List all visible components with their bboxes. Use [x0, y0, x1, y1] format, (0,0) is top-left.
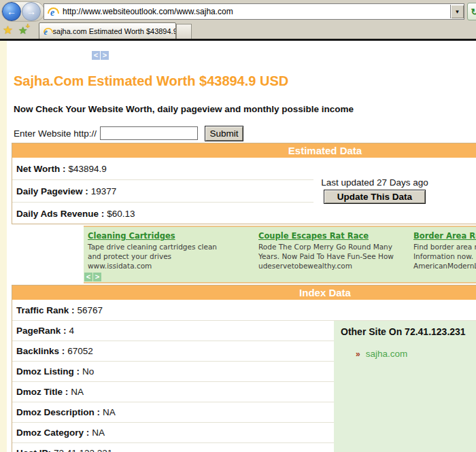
other-site-link[interactable]: sajha.com	[366, 349, 408, 359]
bullet-icon: »	[356, 350, 360, 358]
ad-item: Couple Escapes Rat Race Rode The Corp Me…	[254, 227, 409, 282]
table-row: Dmoz Category : NA	[12, 423, 334, 443]
plus-icon: +	[26, 22, 30, 30]
ie-page-icon: e	[47, 6, 58, 17]
row-label: Dmoz Listing :	[16, 366, 80, 377]
table-row: Net Worth : $43894.9	[12, 158, 313, 180]
row-label: Dmoz Title :	[16, 387, 68, 397]
row-label: Daily Pageview :	[16, 186, 88, 196]
row-value: 19377	[91, 186, 117, 196]
page-subtitle: Now Check Your Website Worth, daily page…	[14, 104, 354, 114]
ad-description: and protect your drives	[88, 251, 254, 261]
row-label: Host IP:	[16, 448, 51, 452]
page-title: Sajha.Com Estimated Worth $43894.9 USD	[14, 73, 288, 89]
row-label: Traffic Rank :	[16, 305, 75, 315]
ad-description: Information now.	[413, 251, 476, 261]
ad-description: Find border area ru	[413, 242, 476, 251]
website-input[interactable]	[100, 126, 198, 140]
ad-display-url: udeservetobewealthy.com	[258, 261, 409, 271]
ad-item: Cleaning Cartridges Tape drive cleaning …	[84, 227, 254, 282]
back-button[interactable]: ←	[2, 2, 21, 21]
table-row: Dmoz Description : NA	[12, 402, 334, 423]
row-value: 56767	[78, 305, 103, 315]
back-icon: ←	[7, 7, 16, 16]
table-row: Backlinks : 67052	[12, 341, 334, 362]
row-value: $60.13	[107, 209, 135, 219]
next-arrow-button[interactable]: >	[93, 273, 101, 281]
page-content: < > Sajha.Com Estimated Worth $43894.9 U…	[0, 41, 476, 452]
url-dropdown-button[interactable]: ▼	[450, 5, 464, 18]
row-label: Dmoz Category :	[16, 428, 89, 438]
table-row: Daily Pageview : 19377	[12, 180, 313, 203]
favorites-button[interactable]: ★	[3, 23, 13, 37]
ad-pager-bottom: < >	[84, 273, 102, 281]
table-row: PageRank : 4	[12, 321, 334, 341]
row-value: 72.41.123.231	[54, 448, 112, 452]
submit-button[interactable]: Submit	[205, 126, 243, 141]
ads-strip: Cleaning Cartridges Tape drive cleaning …	[84, 226, 476, 283]
update-data-button[interactable]: Update This Data	[324, 190, 426, 204]
row-value: NA	[92, 428, 105, 438]
list-item: » sajha.com	[341, 349, 476, 359]
row-label: Backlinks :	[16, 346, 65, 356]
row-value: $43894.9	[69, 164, 107, 174]
ad-description: Rode The Corp Merry Go Round Many	[258, 242, 409, 251]
tab-title: sajha.com Estimated Worth $43894.9 USD b…	[53, 27, 175, 35]
row-value: NA	[71, 387, 84, 397]
website-lookup-form: Enter Website http:// Submit	[14, 124, 243, 142]
table-row: Daily Ads Revenue : $60.13	[12, 203, 313, 224]
ad-item: Border Area Rug Find border area ru Info…	[409, 227, 476, 282]
ad-display-url: AmericanModernLiv	[413, 261, 476, 271]
estimated-data-table: Estimated Data Net Worth : $43894.9 Dail…	[12, 143, 476, 224]
ad-link[interactable]: Couple Escapes Rat Race	[258, 231, 409, 241]
website-input-label: Enter Website http://	[14, 128, 97, 139]
table-row: Dmoz Listing : No	[12, 362, 334, 382]
browser-chrome: ← → ▼ e http://www.websiteoutlook.com/ww…	[0, 0, 476, 39]
table-row: Traffic Rank : 56767	[12, 300, 476, 321]
forward-button[interactable]: →	[22, 2, 41, 21]
row-label: PageRank :	[16, 326, 67, 336]
last-updated-text: Last updated 27 Days ago	[321, 177, 428, 188]
table-row: Host IP: 72.41.123.231	[12, 443, 334, 452]
left-margin-strip	[0, 41, 7, 452]
refresh-button[interactable]: ↻	[467, 3, 476, 20]
ie-tab-icon: e	[43, 27, 49, 36]
ad-description: Years. Now Paid To Have Fun-See How	[258, 251, 409, 261]
url-text[interactable]: http://www.websiteoutlook.com/www.sajha.…	[63, 7, 450, 16]
ad-link[interactable]: Cleaning Cartridges	[88, 231, 254, 241]
row-value: No	[82, 366, 94, 377]
row-label: Net Worth :	[16, 164, 66, 174]
chevron-down-icon: ▼	[455, 9, 460, 15]
row-value: NA	[103, 407, 116, 417]
ad-description: Tape drive cleaning cartridges clean	[88, 242, 254, 251]
other-sites-title: Other Site On 72.41.123.231	[341, 326, 476, 337]
index-data-table: Index Data Traffic Rank : 56767 PageRank…	[12, 285, 476, 452]
table-row: Dmoz Title : NA	[12, 382, 334, 402]
star-icon: ★	[3, 24, 13, 37]
forward-icon: →	[27, 7, 36, 16]
estimated-data-header: Estimated Data	[12, 143, 476, 158]
browser-tab[interactable]: e sajha.com Estimated Worth $43894.9 USD…	[39, 22, 176, 40]
row-value: 67052	[67, 346, 93, 356]
ad-display-url: www.issidata.com	[88, 261, 254, 271]
row-label: Dmoz Description :	[16, 407, 100, 417]
other-sites-panel: Other Site On 72.41.123.231 » sajha.com	[334, 321, 476, 452]
next-arrow-button[interactable]: >	[101, 51, 109, 60]
prev-arrow-button[interactable]: <	[92, 51, 100, 60]
row-value: 4	[69, 326, 75, 336]
row-label: Daily Ads Revenue :	[16, 209, 104, 219]
new-tab-stub[interactable]	[176, 24, 192, 40]
ad-link[interactable]: Border Area Rug	[413, 231, 476, 241]
address-bar[interactable]: e http://www.websiteoutlook.com/www.sajh…	[44, 3, 464, 20]
prev-arrow-button[interactable]: <	[84, 273, 92, 281]
refresh-icon: ↻	[471, 7, 476, 17]
index-data-header: Index Data	[12, 285, 476, 300]
ad-pager-top: < >	[92, 51, 109, 60]
